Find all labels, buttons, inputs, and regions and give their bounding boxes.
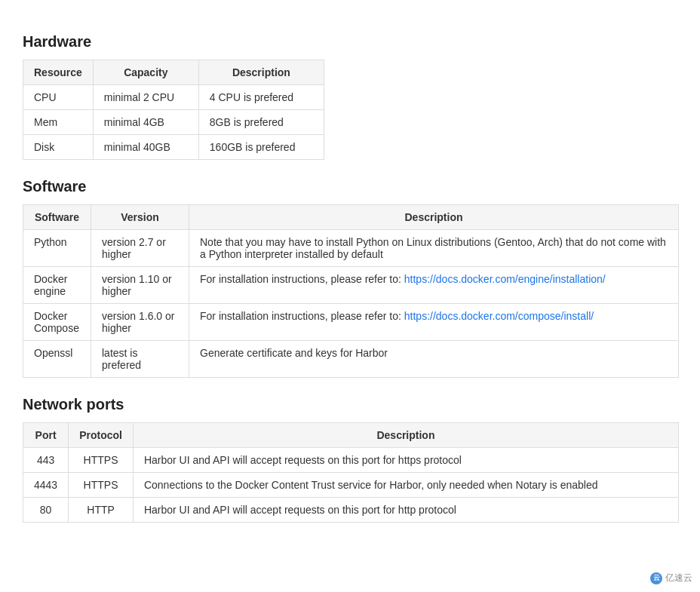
network-table: Port Protocol Description 443HTTPSHarbor… <box>23 422 679 523</box>
hardware-col-capacity: Capacity <box>93 60 198 85</box>
software-name-cell: Openssl <box>23 341 91 378</box>
table-cell: Harbor UI and API will accept requests o… <box>133 448 678 473</box>
network-col-description: Description <box>133 423 678 448</box>
table-row: 80HTTPHarbor UI and API will accept requ… <box>23 498 679 523</box>
table-cell: 8GB is prefered <box>198 110 324 135</box>
software-heading: Software <box>23 178 677 195</box>
table-cell: 443 <box>23 448 69 473</box>
software-name-cell: Docker engine <box>23 267 91 304</box>
network-col-port: Port <box>23 423 69 448</box>
table-cell: Harbor UI and API will accept requests o… <box>133 498 678 523</box>
table-cell: 80 <box>23 498 69 523</box>
table-row: Pythonversion 2.7 or higherNote that you… <box>23 230 679 267</box>
hardware-col-description: Description <box>198 60 324 85</box>
hardware-col-resource: Resource <box>23 60 94 85</box>
software-col-description: Description <box>189 205 679 230</box>
software-name-cell: Python <box>23 230 91 267</box>
software-col-software: Software <box>23 205 91 230</box>
software-col-version: Version <box>91 205 189 230</box>
table-cell: 160GB is prefered <box>198 135 324 160</box>
table-row: 4443HTTPSConnections to the Docker Conte… <box>23 473 679 498</box>
table-row: Docker engineversion 1.10 or higherFor i… <box>23 267 679 304</box>
table-cell: HTTP <box>69 498 134 523</box>
software-description-cell: For installation instructions, please re… <box>189 267 679 304</box>
table-cell: minimal 4GB <box>93 110 198 135</box>
table-cell: HTTPS <box>69 473 134 498</box>
software-version-cell: latest is prefered <box>91 341 189 378</box>
software-version-cell: version 1.6.0 or higher <box>91 304 189 341</box>
table-cell: Connections to the Docker Content Trust … <box>133 473 678 498</box>
software-table: Software Version Description Pythonversi… <box>23 204 679 378</box>
software-link[interactable]: https://docs.docker.com/compose/install/ <box>404 310 594 322</box>
table-row: Docker Composeversion 1.6.0 or higherFor… <box>23 304 679 341</box>
table-cell: 4 CPU is prefered <box>198 85 324 110</box>
software-description-cell: Generate certificate and keys for Harbor <box>189 341 679 378</box>
software-link[interactable]: https://docs.docker.com/engine/installat… <box>404 273 606 285</box>
table-cell: HTTPS <box>69 448 134 473</box>
network-heading: Network ports <box>23 396 677 413</box>
table-cell: 4443 <box>23 473 69 498</box>
table-cell: Disk <box>23 135 94 160</box>
table-row: Diskminimal 40GB160GB is prefered <box>23 135 324 160</box>
table-cell: minimal 2 CPU <box>93 85 198 110</box>
table-row: Memminimal 4GB8GB is prefered <box>23 110 324 135</box>
table-row: Openssllatest is preferedGenerate certif… <box>23 341 679 378</box>
table-row: CPUminimal 2 CPU4 CPU is prefered <box>23 85 324 110</box>
software-name-cell: Docker Compose <box>23 304 91 341</box>
software-version-cell: version 1.10 or higher <box>91 267 189 304</box>
hardware-table: Resource Capacity Description CPUminimal… <box>23 60 324 160</box>
table-cell: minimal 40GB <box>93 135 198 160</box>
hardware-heading: Hardware <box>23 33 677 51</box>
network-col-protocol: Protocol <box>69 423 134 448</box>
software-description-cell: Note that you may have to install Python… <box>189 230 679 267</box>
table-cell: Mem <box>23 110 94 135</box>
table-cell: CPU <box>23 85 94 110</box>
software-description-cell: For installation instructions, please re… <box>189 304 679 341</box>
table-row: 443HTTPSHarbor UI and API will accept re… <box>23 448 679 473</box>
software-version-cell: version 2.7 or higher <box>91 230 189 267</box>
